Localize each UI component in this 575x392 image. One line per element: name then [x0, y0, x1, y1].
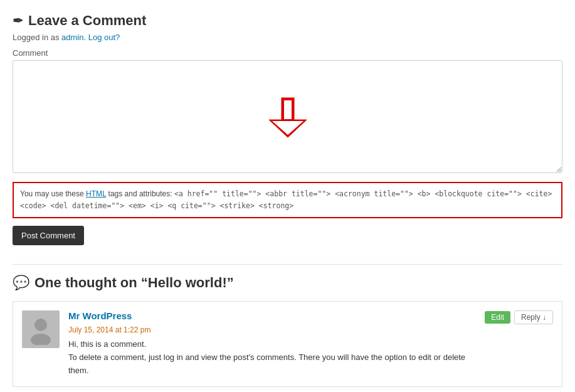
post-comment-button[interactable]: Post Comment: [13, 226, 84, 245]
reply-button[interactable]: Reply ↓: [514, 310, 553, 324]
comment-text: Hi, this is a comment. To delete a comme…: [68, 338, 553, 377]
comment-actions: Edit Reply ↓: [485, 310, 553, 324]
feather-icon: ✒: [13, 13, 23, 28]
leave-comment-title-text: Leave a Comment: [28, 13, 146, 29]
comment-header: Mr WordPress Edit Reply ↓: [68, 310, 553, 324]
one-thought-heading: 💬 One thought on “Hello world!”: [13, 275, 562, 291]
svg-point-4: [34, 319, 47, 331]
comment-textarea[interactable]: [13, 60, 562, 173]
svg-point-5: [31, 334, 51, 345]
section-divider: [13, 264, 562, 265]
comment-textarea-container: [13, 60, 562, 176]
comment-author-link[interactable]: Mr WordPress: [68, 310, 132, 321]
html-tags-link[interactable]: HTML: [86, 189, 106, 198]
speech-bubble-icon: 💬: [13, 275, 29, 291]
comment-text-line1: Hi, this is a comment.: [68, 339, 146, 349]
comment-label: Comment: [13, 48, 562, 58]
one-thought-title-text: One thought on “Hello world!”: [34, 275, 234, 291]
leave-comment-heading: ✒ Leave a Comment: [13, 13, 562, 29]
logout-link[interactable]: Log out?: [88, 33, 120, 42]
html-notice-prefix: You may use these: [20, 189, 84, 198]
avatar-svg: [25, 314, 56, 345]
html-tags-notice: You may use these HTML tags and attribut…: [13, 182, 562, 218]
comment-text-line2: To delete a comment, just log in and vie…: [68, 352, 465, 362]
admin-link[interactable]: admin: [61, 33, 83, 42]
comment-content: Mr WordPress Edit Reply ↓ July 15, 2014 …: [68, 310, 553, 377]
edit-button[interactable]: Edit: [485, 311, 510, 324]
comment-avatar: [22, 310, 60, 348]
comment-date: July 15, 2014 at 1:22 pm: [68, 326, 553, 334]
comment-box: Mr WordPress Edit Reply ↓ July 15, 2014 …: [13, 301, 562, 386]
page-wrapper: ✒ Leave a Comment Logged in as admin. Lo…: [0, 0, 575, 392]
html-notice-middle: tags and attributes:: [108, 189, 172, 198]
comment-text-line3: them.: [68, 366, 89, 375]
logged-in-text: Logged in as admin. Log out?: [13, 33, 562, 42]
